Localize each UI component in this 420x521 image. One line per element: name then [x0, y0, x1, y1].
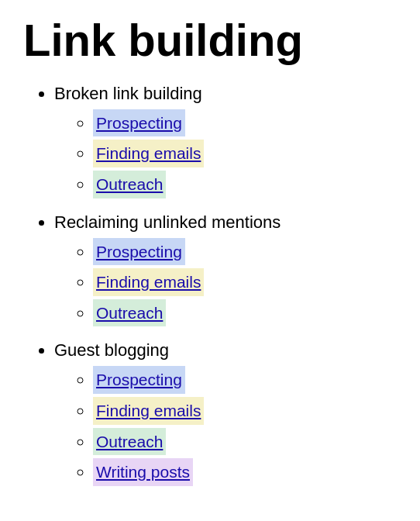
- list-item: Outreach: [93, 171, 397, 198]
- section-item-reclaiming-unlinked: Reclaiming unlinked mentionsProspectingF…: [54, 209, 397, 327]
- inner-list-guest-blogging: ProspectingFinding emailsOutreachWriting…: [54, 366, 397, 485]
- list-item: Outreach: [93, 428, 397, 456]
- section-label-guest-blogging: Guest blogging: [54, 340, 169, 360]
- list-item: Outreach: [93, 299, 397, 327]
- link-blb-finding-emails[interactable]: Finding emails: [93, 140, 204, 167]
- list-item: Finding emails: [93, 268, 397, 296]
- link-rum-finding-emails[interactable]: Finding emails: [93, 268, 204, 296]
- inner-list-broken-link-building: ProspectingFinding emailsOutreach: [54, 109, 397, 198]
- link-gb-writing-posts[interactable]: Writing posts: [93, 458, 193, 486]
- list-item: Prospecting: [93, 366, 397, 394]
- link-rum-outreach[interactable]: Outreach: [93, 299, 166, 327]
- inner-list-reclaiming-unlinked: ProspectingFinding emailsOutreach: [54, 238, 397, 327]
- link-gb-finding-emails[interactable]: Finding emails: [93, 397, 204, 425]
- link-blb-outreach[interactable]: Outreach: [93, 171, 166, 198]
- main-list: Broken link buildingProspectingFinding e…: [23, 81, 397, 486]
- section-item-broken-link-building: Broken link buildingProspectingFinding e…: [54, 81, 397, 198]
- list-item: Writing posts: [93, 458, 397, 486]
- section-item-guest-blogging: Guest bloggingProspectingFinding emailsO…: [54, 337, 397, 485]
- list-item: Finding emails: [93, 397, 397, 425]
- section-label-broken-link-building: Broken link building: [54, 84, 202, 103]
- list-item: Prospecting: [93, 109, 397, 137]
- link-rum-prospecting[interactable]: Prospecting: [93, 238, 185, 266]
- section-label-reclaiming-unlinked: Reclaiming unlinked mentions: [54, 212, 281, 232]
- link-gb-prospecting[interactable]: Prospecting: [93, 366, 185, 394]
- link-blb-prospecting[interactable]: Prospecting: [93, 109, 185, 137]
- list-item: Finding emails: [93, 140, 397, 167]
- page-title: Link building: [23, 16, 397, 65]
- list-item: Prospecting: [93, 238, 397, 266]
- link-gb-outreach[interactable]: Outreach: [93, 428, 166, 456]
